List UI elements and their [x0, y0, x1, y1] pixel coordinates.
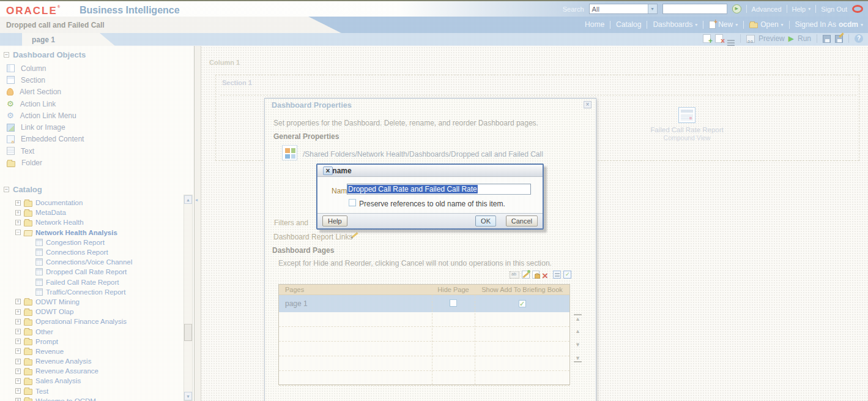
briefing-checkbox[interactable] [519, 300, 526, 307]
expand-icon[interactable] [15, 309, 21, 315]
panel-splitter[interactable] [195, 46, 201, 401]
dashboard-tab[interactable]: Dropped call and Failed Call [0, 17, 341, 33]
expand-icon[interactable] [15, 220, 21, 225]
catalog-folder-item[interactable]: ODWT Olap [0, 307, 182, 317]
run-button[interactable]: Run [798, 34, 811, 43]
dashboard-objects-header[interactable]: Dashboard Objects [4, 50, 86, 59]
edit-pencil-icon[interactable] [351, 231, 359, 239]
scroll-down-icon[interactable] [184, 392, 192, 400]
catalog-folder-item[interactable]: Welcome to OCDM [0, 396, 182, 401]
collapse-icon[interactable] [4, 52, 9, 58]
catalog-folder-item[interactable]: Documentation [0, 198, 182, 208]
help-menu[interactable]: Help [792, 6, 811, 13]
expand-icon[interactable] [15, 369, 21, 374]
catalog-folder-item[interactable]: Network Health [0, 217, 182, 227]
catalog-scrollbar[interactable] [184, 195, 193, 401]
save-as-icon[interactable] [835, 35, 843, 43]
nav-new-menu[interactable]: New [709, 20, 738, 29]
catalog-folder-item[interactable]: ODWT Mining [0, 297, 182, 307]
dashboard-object-item[interactable]: Folder [0, 157, 194, 168]
help-icon[interactable] [855, 34, 863, 43]
dashboard-object-item[interactable]: Link or Image [0, 121, 194, 133]
catalog-report-item[interactable]: Connections Report [0, 247, 182, 257]
sign-out-link[interactable]: Sign Out [821, 6, 847, 13]
catalog-report-item[interactable]: Dropped Call Rate Report [0, 267, 182, 277]
dashboard-object-item[interactable]: Action Link Menu [0, 110, 194, 121]
expand-icon[interactable] [15, 359, 21, 364]
add-dashboard-page-icon[interactable] [703, 34, 711, 43]
dashboard-object-item[interactable]: Text [0, 145, 194, 157]
nav-dashboards-menu[interactable]: Dashboards [653, 20, 697, 29]
catalog-report-item[interactable]: Congestion Report [0, 238, 182, 247]
cancel-button[interactable]: Cancel [506, 215, 538, 227]
chevron-down-icon[interactable]: ▾ [648, 4, 657, 13]
preserve-references-checkbox[interactable] [349, 199, 356, 206]
catalog-folder-item[interactable]: MetaData [0, 208, 182, 217]
dashboard-object-item[interactable]: Column [0, 62, 194, 74]
catalog-report-item[interactable]: Traffic/Connection Report [0, 287, 182, 297]
scroll-up-icon[interactable] [184, 195, 192, 204]
rename-page-icon[interactable] [510, 271, 519, 279]
table-row-selected[interactable]: page 1 [279, 295, 569, 312]
move-down-icon[interactable] [574, 341, 582, 349]
catalog-folder-item[interactable]: Sales Analysis [0, 376, 182, 386]
collapse-panel-icon[interactable] [195, 197, 198, 203]
save-icon[interactable] [823, 35, 831, 43]
report-placeholder[interactable]: Failed Call Rate Report Compound View [626, 107, 748, 141]
dashboard-list-icon[interactable] [727, 40, 735, 41]
catalog-report-item[interactable]: Failed Call Rate Report [0, 277, 182, 287]
dashboard-object-item[interactable]: Embedded Content [0, 133, 194, 145]
catalog-header[interactable]: Catalog [4, 185, 42, 194]
close-icon[interactable] [323, 167, 333, 175]
expand-icon[interactable] [15, 200, 21, 206]
rename-name-input[interactable]: Dropped Call Rate and Failed Call Rate [347, 184, 531, 195]
catalog-folder-item[interactable]: Test [0, 386, 182, 396]
catalog-folder-item[interactable]: Revenue Analysis [0, 356, 182, 366]
expand-icon[interactable] [15, 398, 21, 401]
catalog-folder-item[interactable]: Other [0, 326, 182, 336]
collapse-icon[interactable] [15, 230, 21, 235]
search-go-icon[interactable] [732, 4, 741, 13]
catalog-folder-item[interactable]: Revenue Assurance [0, 366, 182, 376]
catalog-report-item[interactable]: Connections/Voice Channel [0, 257, 182, 267]
move-top-icon[interactable] [574, 314, 582, 322]
help-button[interactable]: Help [322, 215, 347, 227]
signed-in-menu[interactable]: Signed In As ocdm [795, 20, 863, 29]
briefing-book-icon[interactable] [563, 271, 571, 279]
dashboard-object-item[interactable]: Action Link [0, 98, 194, 110]
page-tab[interactable]: page 1 [22, 33, 115, 46]
copy-page-icon[interactable] [522, 271, 530, 279]
search-input[interactable] [662, 4, 727, 14]
catalog-folder-item[interactable]: Revenue [0, 347, 182, 356]
rename-dialog-titlebar[interactable]: Rename [317, 165, 543, 177]
expand-icon[interactable] [15, 348, 21, 354]
scrollbar-thumb[interactable] [184, 324, 192, 341]
search-scope-select[interactable]: All ▾ [589, 4, 658, 14]
expand-icon[interactable] [15, 319, 21, 324]
lock-page-icon[interactable] [532, 271, 540, 279]
delete-page-icon[interactable] [542, 271, 551, 279]
close-icon[interactable] [584, 101, 592, 108]
catalog-folder-item[interactable]: Operational Finance Analysis [0, 317, 182, 326]
delete-dashboard-page-icon[interactable] [715, 34, 723, 43]
collapse-icon[interactable] [4, 187, 9, 192]
nav-open-menu[interactable]: Open [749, 20, 783, 29]
move-up-icon[interactable] [574, 328, 582, 335]
nav-catalog-link[interactable]: Catalog [616, 20, 641, 29]
move-bottom-icon[interactable] [574, 354, 582, 362]
preview-button[interactable]: Preview [759, 34, 785, 43]
dashboard-object-item[interactable]: Section [0, 74, 194, 86]
catalog-folder-item-expanded[interactable]: Network Health Analysis [0, 228, 182, 238]
run-icon[interactable] [788, 34, 794, 43]
expand-icon[interactable] [15, 299, 21, 304]
hide-page-checkbox[interactable] [450, 299, 457, 307]
nav-home-link[interactable]: Home [585, 20, 604, 29]
expand-icon[interactable] [15, 388, 21, 394]
expand-icon[interactable] [15, 339, 21, 344]
catalog-folder-item[interactable]: Prompt [0, 337, 182, 347]
preview-icon[interactable] [746, 35, 755, 43]
expand-icon[interactable] [15, 210, 21, 215]
select-prompt-icon[interactable] [553, 271, 561, 279]
expand-icon[interactable] [15, 378, 21, 384]
advanced-link[interactable]: Advanced [752, 6, 782, 13]
